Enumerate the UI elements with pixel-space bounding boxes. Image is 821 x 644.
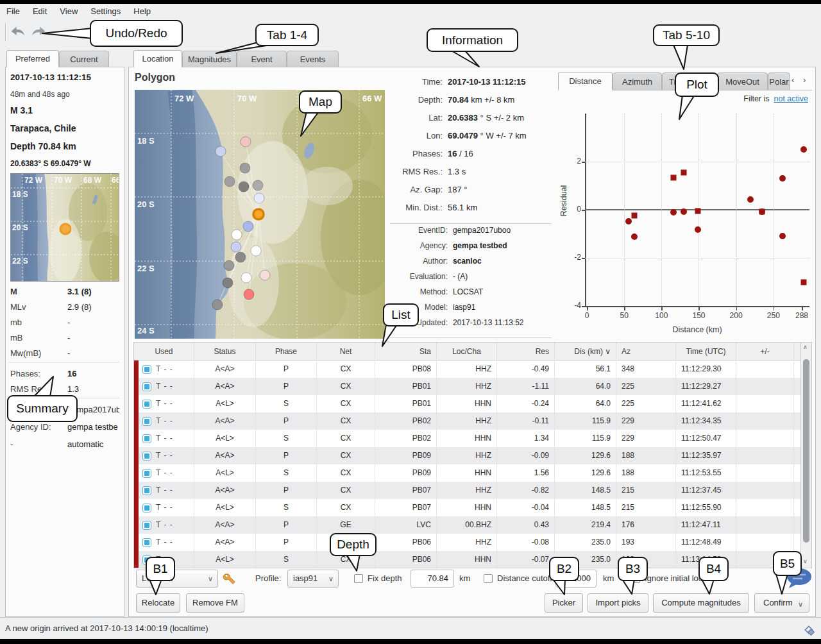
scroll-up-icon[interactable]: ∧	[803, 344, 808, 350]
tab-event[interactable]: Event	[237, 51, 287, 67]
table-row[interactable]: T - -A<A>PCXPB06HHZ-0.08235.019311:12:48…	[134, 534, 800, 551]
used-checkbox[interactable]	[142, 538, 151, 547]
locator-settings-wrench-icon[interactable]	[222, 572, 237, 586]
menu-edit[interactable]: Edit	[26, 4, 53, 19]
station-dot[interactable]	[251, 246, 261, 256]
station-dot[interactable]	[232, 230, 242, 240]
profile-select[interactable]: iasp91∨	[287, 570, 339, 588]
menu-settings[interactable]: Settings	[84, 4, 127, 19]
column-header-status[interactable]: Status	[194, 343, 256, 360]
menu-view[interactable]: View	[53, 4, 84, 19]
table-row[interactable]: T - -A<A>PCXPB08HHZ-0.4956.134811:12:29.…	[134, 360, 800, 378]
residual-point[interactable]	[747, 196, 754, 203]
residual-point[interactable]	[800, 146, 807, 153]
used-checkbox[interactable]	[142, 400, 151, 409]
column-header-dis-km-[interactable]: Dis (km) ∨	[555, 343, 616, 360]
station-dot[interactable]	[224, 260, 234, 271]
residual-point[interactable]	[670, 209, 677, 216]
menu-file[interactable]: File	[0, 4, 26, 19]
station-dot[interactable]	[235, 252, 246, 262]
epicenter-dot[interactable]	[253, 209, 264, 219]
station-dot[interactable]	[244, 289, 254, 300]
residual-point[interactable]	[632, 213, 638, 219]
plot-tab-moveout[interactable]: MoveOut	[717, 72, 768, 90]
residual-point[interactable]	[779, 175, 786, 182]
column-header-az[interactable]: Az	[616, 343, 676, 360]
residual-point[interactable]	[801, 279, 807, 285]
undo-button[interactable]	[9, 24, 27, 40]
depth-input[interactable]: 70.84	[410, 570, 454, 588]
used-checkbox[interactable]	[142, 365, 151, 374]
residual-point[interactable]	[631, 233, 638, 240]
table-row[interactable]: T - -A<A>PCXPB02HHZ-0.11115.922911:12:34…	[134, 412, 800, 430]
scrollbar-thumb[interactable]	[803, 359, 809, 543]
table-row[interactable]: T - -A<A>PCXPB09HHZ-0.09129.618811:12:35…	[134, 447, 800, 464]
tab-magnitudes[interactable]: Magnitudes	[182, 51, 237, 67]
residual-point[interactable]	[681, 208, 687, 215]
used-checkbox[interactable]	[142, 417, 151, 426]
station-dot[interactable]	[231, 242, 241, 252]
tab-events[interactable]: Events	[287, 51, 339, 67]
station-dot[interactable]	[253, 180, 263, 191]
residual-point[interactable]	[625, 218, 632, 225]
residual-point[interactable]	[779, 233, 786, 239]
station-dot[interactable]	[212, 300, 223, 310]
residual-point[interactable]	[670, 174, 676, 180]
picker-button[interactable]: Picker	[545, 593, 583, 613]
station-dot[interactable]	[223, 278, 233, 288]
table-row[interactable]: T - -A<A>PGELVC00.BHZ0.43219.417611:12:4…	[134, 516, 800, 534]
column-header-net[interactable]: Net	[317, 343, 375, 360]
tab-preferred[interactable]: Preferred	[6, 50, 59, 67]
table-row[interactable]: T - -A<A>PCXPB07HHZ-0.82148.521511:12:37…	[134, 482, 800, 499]
station-dot[interactable]	[241, 273, 251, 283]
residual-point[interactable]	[695, 226, 701, 233]
summary-minimap[interactable]: 72 W70 W68 W66 18 S20 S22 S	[10, 173, 119, 282]
tab-location[interactable]: Location	[133, 50, 182, 67]
station-dot[interactable]	[241, 137, 251, 147]
magnitude-row[interactable]: MLv2.9 (8)	[10, 300, 119, 316]
used-checkbox[interactable]	[142, 486, 151, 495]
residual-point[interactable]	[759, 208, 765, 214]
station-dot[interactable]	[239, 182, 249, 192]
scroll-down-icon[interactable]: ∨	[803, 558, 808, 564]
used-checkbox[interactable]	[142, 504, 151, 513]
magnitude-row[interactable]: Mw(mB)-	[10, 346, 119, 362]
column-header-res[interactable]: Res	[497, 343, 555, 360]
table-row[interactable]: T - -A<L>SCXPB02HHN1.34115.922911:12:50.…	[134, 430, 800, 447]
column-header--[interactable]: +/-	[736, 343, 794, 360]
station-dot[interactable]	[224, 176, 235, 187]
station-dot[interactable]	[260, 270, 270, 280]
column-header-phase[interactable]: Phase	[256, 343, 317, 360]
station-dot[interactable]	[254, 193, 264, 203]
plot-tab-polar[interactable]: Polar	[768, 72, 790, 90]
column-header-time-utc-[interactable]: Time (UTC)	[676, 343, 736, 360]
table-scrollbar[interactable]: ∧ ∨	[800, 342, 812, 568]
confirm-button[interactable]: Confirm ∨	[754, 593, 809, 613]
plot-tabs-scroll-right[interactable]: ›	[803, 75, 806, 85]
table-row[interactable]: T - -A<L>SCXPB07HHN-0.04148.521511:12:55…	[134, 499, 800, 516]
station-dot[interactable]	[216, 146, 226, 157]
used-checkbox[interactable]	[142, 521, 151, 530]
origin-map[interactable]: 72 W70 W68 W66 W 18 S20 S22 S24 S	[135, 90, 385, 339]
station-dot[interactable]	[240, 163, 250, 173]
redo-button[interactable]	[30, 24, 47, 40]
used-checkbox[interactable]	[142, 452, 151, 461]
magnitude-row[interactable]: M3.1 (8)	[10, 285, 119, 300]
used-checkbox[interactable]	[142, 382, 151, 391]
used-checkbox[interactable]	[142, 434, 151, 443]
tab-current[interactable]: Current	[59, 51, 109, 67]
column-header-loc-cha[interactable]: Loc/Cha	[437, 343, 497, 360]
table-row[interactable]: T - -A<L>SCXPB09HHN1.56129.618811:12:53.…	[134, 464, 800, 482]
residual-point[interactable]	[695, 208, 700, 214]
magnitude-row[interactable]: mb-	[10, 316, 119, 331]
magnitude-row[interactable]: mB-	[10, 331, 119, 346]
column-header-used[interactable]: Used	[134, 343, 194, 360]
menu-help[interactable]: Help	[127, 4, 157, 19]
plot-tabs-scroll-left[interactable]: ‹	[791, 75, 794, 85]
remove-fm-button[interactable]: Remove FM	[186, 593, 244, 613]
plot-tab-distance[interactable]: Distance	[558, 72, 613, 90]
table-row[interactable]: T - -A<A>PCXPB01HHZ-1.1164.022511:12:29.…	[134, 378, 800, 395]
connection-status-icon[interactable]	[803, 625, 816, 637]
used-checkbox[interactable]	[142, 469, 151, 478]
fix-depth-checkbox[interactable]	[354, 574, 363, 583]
